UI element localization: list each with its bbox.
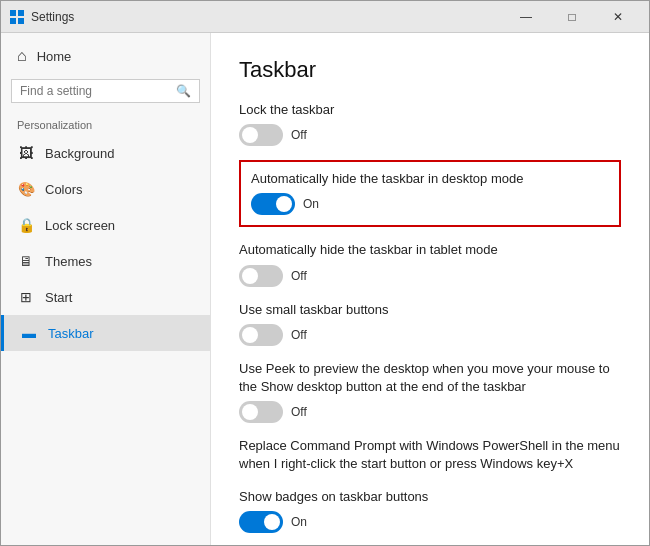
sidebar-home-label: Home (37, 49, 72, 64)
powershell-label: Replace Command Prompt with Windows Powe… (239, 437, 621, 473)
auto-hide-desktop-toggle-text: On (303, 197, 319, 211)
svg-rect-1 (18, 10, 24, 16)
lock-taskbar-toggle-row: Off (239, 124, 621, 146)
colors-icon: 🎨 (17, 181, 35, 197)
svg-rect-3 (18, 18, 24, 24)
peek-toggle-row: Off (239, 401, 621, 423)
auto-hide-desktop-box: Automatically hide the taskbar in deskto… (239, 160, 621, 227)
lock-taskbar-toggle-text: Off (291, 128, 307, 142)
sidebar-item-lock-label: Lock screen (45, 218, 115, 233)
lock-taskbar-section: Lock the taskbar Off (239, 101, 621, 146)
page-title: Taskbar (239, 57, 621, 83)
badges-label: Show badges on taskbar buttons (239, 488, 621, 506)
peek-thumb (242, 404, 258, 420)
badges-toggle[interactable] (239, 511, 283, 533)
auto-hide-tablet-label: Automatically hide the taskbar in tablet… (239, 241, 621, 259)
sidebar-item-themes[interactable]: 🖥 Themes (1, 243, 210, 279)
sidebar-item-colors[interactable]: 🎨 Colors (1, 171, 210, 207)
powershell-section: Replace Command Prompt with Windows Powe… (239, 437, 621, 473)
sidebar-item-start[interactable]: ⊞ Start (1, 279, 210, 315)
lock-taskbar-label: Lock the taskbar (239, 101, 621, 119)
close-button[interactable]: ✕ (595, 1, 641, 33)
search-icon: 🔍 (176, 84, 191, 98)
auto-hide-tablet-toggle-text: Off (291, 269, 307, 283)
svg-rect-0 (10, 10, 16, 16)
window-controls: — □ ✕ (503, 1, 641, 33)
svg-rect-2 (10, 18, 16, 24)
sidebar-item-taskbar[interactable]: ▬ Taskbar (1, 315, 210, 351)
auto-hide-desktop-thumb (276, 196, 292, 212)
auto-hide-desktop-toggle[interactable] (251, 193, 295, 215)
app-icon (9, 9, 25, 25)
lock-taskbar-toggle[interactable] (239, 124, 283, 146)
auto-hide-tablet-section: Automatically hide the taskbar in tablet… (239, 241, 621, 286)
settings-window: Settings — □ ✕ ⌂ Home 🔍 Personalization … (0, 0, 650, 546)
auto-hide-tablet-toggle[interactable] (239, 265, 283, 287)
main-content: Taskbar Lock the taskbar Off Automatical… (211, 33, 649, 545)
peek-toggle-text: Off (291, 405, 307, 419)
badges-toggle-row: On (239, 511, 621, 533)
sidebar-item-home[interactable]: ⌂ Home (1, 33, 210, 79)
small-buttons-toggle-row: Off (239, 324, 621, 346)
auto-hide-desktop-toggle-row: On (251, 193, 609, 215)
start-icon: ⊞ (17, 289, 35, 305)
maximize-button[interactable]: □ (549, 1, 595, 33)
small-buttons-toggle[interactable] (239, 324, 283, 346)
home-icon: ⌂ (17, 47, 27, 65)
sidebar-item-background-label: Background (45, 146, 114, 161)
title-bar: Settings — □ ✕ (1, 1, 649, 33)
lock-taskbar-thumb (242, 127, 258, 143)
themes-icon: 🖥 (17, 253, 35, 269)
search-input[interactable] (20, 84, 176, 98)
search-box[interactable]: 🔍 (11, 79, 200, 103)
auto-hide-tablet-thumb (242, 268, 258, 284)
sidebar-item-taskbar-label: Taskbar (48, 326, 94, 341)
small-buttons-section: Use small taskbar buttons Off (239, 301, 621, 346)
personalization-label: Personalization (1, 111, 210, 135)
background-icon: 🖼 (17, 145, 35, 161)
minimize-button[interactable]: — (503, 1, 549, 33)
badges-section: Show badges on taskbar buttons On (239, 488, 621, 533)
badges-toggle-text: On (291, 515, 307, 529)
auto-hide-desktop-label: Automatically hide the taskbar in deskto… (251, 170, 609, 188)
sidebar-item-background[interactable]: 🖼 Background (1, 135, 210, 171)
window-title: Settings (31, 10, 503, 24)
peek-label: Use Peek to preview the desktop when you… (239, 360, 621, 396)
lock-icon: 🔒 (17, 217, 35, 233)
taskbar-icon: ▬ (20, 325, 38, 341)
sidebar-item-start-label: Start (45, 290, 72, 305)
sidebar: ⌂ Home 🔍 Personalization 🖼 Background 🎨 … (1, 33, 211, 545)
small-buttons-label: Use small taskbar buttons (239, 301, 621, 319)
badges-thumb (264, 514, 280, 530)
peek-toggle[interactable] (239, 401, 283, 423)
small-buttons-toggle-text: Off (291, 328, 307, 342)
sidebar-item-lock-screen[interactable]: 🔒 Lock screen (1, 207, 210, 243)
small-buttons-thumb (242, 327, 258, 343)
auto-hide-tablet-toggle-row: Off (239, 265, 621, 287)
sidebar-item-themes-label: Themes (45, 254, 92, 269)
peek-section: Use Peek to preview the desktop when you… (239, 360, 621, 423)
content-area: ⌂ Home 🔍 Personalization 🖼 Background 🎨 … (1, 33, 649, 545)
sidebar-item-colors-label: Colors (45, 182, 83, 197)
